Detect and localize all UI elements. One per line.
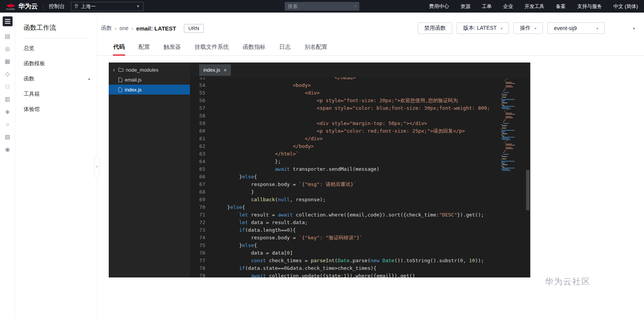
content-area: 函数 › one › email: LATEST URN 禁用函数 版本: LA… [97, 13, 644, 319]
line-number: 57 [190, 104, 205, 112]
search-input[interactable] [288, 3, 355, 9]
rail-icon-6[interactable]: ▥ [5, 96, 10, 102]
file-name: node_modules [126, 67, 158, 73]
code-line-67: 67 response.body = `{"msg": 请稍后重试}` [190, 181, 498, 188]
line-content: </body> [205, 143, 314, 150]
line-number: 72 [190, 219, 205, 226]
tab-7[interactable]: 别名配置 [304, 40, 328, 55]
sidebar-item-函数模板[interactable]: 函数模板 [15, 56, 97, 71]
line-number: 74 [190, 234, 205, 242]
tab-6[interactable]: 日志 [279, 40, 291, 55]
version-dropdown[interactable]: 版本: LATEST ▾ [457, 22, 509, 34]
code-line-76: 76 data = data[0] [190, 249, 498, 257]
huawei-flower-icon [6, 3, 15, 8]
file-item-email.js[interactable]: email.js [109, 75, 190, 85]
code-line-66: 66 }else{ [190, 173, 498, 181]
disable-function-button[interactable]: 禁用函数 [418, 22, 452, 34]
line-number: 60 [190, 127, 205, 135]
line-content [205, 112, 215, 120]
line-content: <div> [205, 89, 320, 97]
breadcrumb-one[interactable]: one [119, 25, 128, 31]
line-content: </head> [205, 77, 356, 82]
topnav-item[interactable]: 支持与服务 [577, 3, 602, 10]
region-selector[interactable]: 上海一 ▼ [71, 2, 143, 11]
code-line-62: 62 </body> [190, 143, 498, 150]
tab-4[interactable]: 挂载文件系统 [194, 40, 229, 55]
code-line-65: 65 await transporter.sendMail(message) [190, 165, 498, 173]
search-icon[interactable] [355, 4, 356, 9]
operate-label: 操作 [520, 25, 531, 32]
chevron-down-icon[interactable]: ▾ [633, 26, 635, 30]
sidebar-collapse-handle[interactable]: ‹ [94, 156, 100, 177]
topnav-item[interactable]: 费用中心 [429, 3, 449, 10]
topnav-item[interactable]: 备案 [556, 3, 566, 10]
console-link[interactable]: 控制台 [49, 3, 65, 10]
rail-icon-1[interactable]: ▤ [5, 33, 10, 39]
sidebar-item-总览[interactable]: 总览 [15, 41, 97, 56]
sidebar-item-函数[interactable]: 函数▾ [15, 71, 97, 87]
line-number: 71 [190, 211, 205, 219]
disable-function-label: 禁用函数 [424, 25, 446, 32]
version-label: 版本: LATEST [463, 25, 497, 32]
operate-dropdown[interactable]: 操作 ▾ [514, 22, 543, 34]
line-number: 66 [190, 173, 205, 181]
line-content: </html>` [205, 150, 299, 158]
rail-icon-9[interactable]: ▧ [5, 134, 10, 139]
tab-5[interactable]: 函数指标 [242, 40, 266, 55]
file-item-node_modules[interactable]: ›node_modules [109, 65, 190, 75]
sidebar-item-体验馆[interactable]: 体验馆 [15, 102, 97, 117]
code-line-70: 70 }else{ [190, 204, 498, 211]
rail-icon-4[interactable]: ◇ [5, 71, 10, 77]
tab-1[interactable]: 代码 [113, 40, 125, 55]
huawei-logo[interactable]: HUAWEI [6, 3, 15, 10]
line-content: let data = result.data; [205, 219, 308, 226]
logo-word: HUAWEI [6, 8, 15, 10]
minimap[interactable] [498, 77, 530, 277]
urn-button[interactable]: URN [184, 24, 204, 33]
sidebar-item-label: 函数 [24, 75, 34, 82]
code-line-54: 54 <body> [190, 82, 498, 89]
rail-icon-7[interactable]: ◈ [5, 109, 10, 114]
expand-arrow-icon: › [112, 67, 116, 73]
menu-icon[interactable] [3, 16, 13, 26]
line-content: } [205, 188, 254, 196]
topnav-item[interactable]: 资源 [460, 3, 470, 10]
breadcrumb-functions[interactable]: 函数 [101, 25, 112, 32]
rail-icon-5[interactable]: □ [6, 83, 9, 89]
top-navbar: HUAWEI 华为云 控制台 上海一 ▼ 费用中心资源工单企业开发工具备案支持与… [0, 0, 644, 13]
folder-icon [118, 67, 124, 72]
global-search[interactable] [285, 2, 359, 11]
editor-tab-indexjs[interactable]: index.js × [199, 64, 231, 76]
topnav-item[interactable]: 开发工具 [525, 3, 544, 10]
tab-2[interactable]: 配置 [138, 40, 150, 55]
code-line-71: 71 let result = await collection.where({… [190, 211, 498, 219]
vertical-scrollbar[interactable] [526, 170, 530, 210]
code-lines: 53 </head>54 <body>55 <div>56 <p style="… [190, 77, 498, 277]
code-viewport[interactable]: 53 </head>54 <body>55 <div>56 <p style="… [190, 77, 498, 277]
page-header: 函数 › one › email: LATEST URN 禁用函数 版本: LA… [97, 13, 644, 40]
rail-icon-10[interactable]: ◉ [5, 146, 10, 152]
code-line-58: 58 [190, 112, 498, 120]
sidebar-item-label: 函数模板 [24, 60, 45, 67]
line-content: await collection.update({state:1}).where… [205, 272, 415, 277]
topnav-item[interactable]: 工单 [482, 3, 492, 10]
event-select[interactable]: event-sij9 ▾ [547, 22, 605, 34]
file-item-index.js[interactable]: index.js [109, 85, 190, 95]
rail-icon-3[interactable]: ▦ [5, 58, 10, 64]
line-content: response.body = `{"msg": 请稍后重试}` [205, 181, 356, 188]
topnav-item[interactable]: 企业 [503, 3, 513, 10]
rail-icon-8[interactable]: ○ [6, 121, 9, 127]
code-body: 53 </head>54 <body>55 <div>56 <p style="… [190, 77, 530, 277]
code-column: index.js × 53 </head>54 <body>55 <div>56 [190, 63, 530, 277]
code-line-63: 63 </html>` [190, 150, 498, 158]
line-number: 65 [190, 165, 205, 173]
rail-icon-2[interactable]: ◎ [5, 46, 10, 51]
sidebar-item-工具箱[interactable]: 工具箱 [15, 87, 97, 102]
code-line-78: 78 if(data.state==0&data.check_time>chec… [190, 264, 498, 272]
line-content: }; [205, 158, 281, 165]
tab-3[interactable]: 触发器 [163, 40, 181, 55]
close-icon[interactable]: × [224, 67, 227, 73]
line-number: 78 [190, 264, 205, 272]
brand-name[interactable]: 华为云 [18, 2, 38, 11]
topnav-item[interactable]: 中文 (简体) [613, 3, 638, 10]
